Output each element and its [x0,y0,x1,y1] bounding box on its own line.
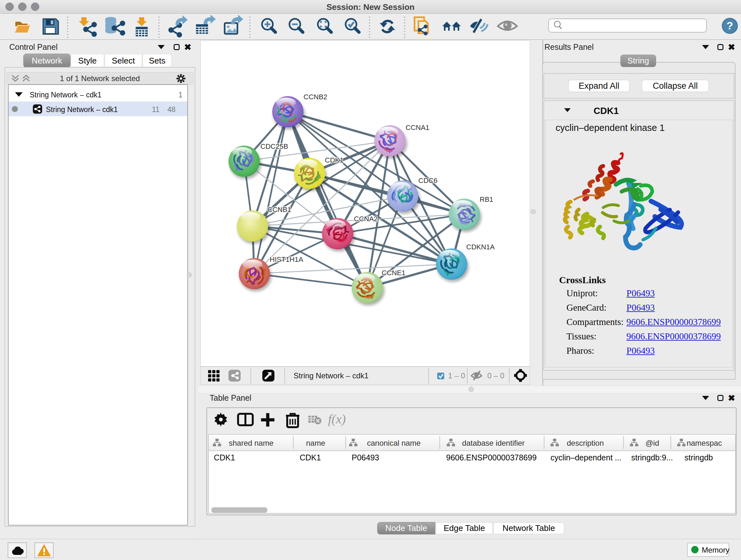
svg-text:@id: @id [645,439,659,447]
svg-text:namespac: namespac [687,439,722,447]
svg-text:CCNA2: CCNA2 [354,215,378,223]
svg-text:database identifier: database identifier [462,439,525,447]
svg-text:P06493: P06493 [352,453,379,462]
svg-text:9606.ENSP00000378699: 9606.ENSP00000378699 [446,453,537,462]
svg-text:canonical name: canonical name [367,439,421,447]
svg-text:CCNA1: CCNA1 [406,124,429,132]
svg-text:CDK1: CDK1 [214,453,235,462]
svg-text:CDK1: CDK1 [300,453,321,462]
svg-text:CDC6: CDC6 [418,177,437,185]
svg-text:CDC25B: CDC25B [260,142,288,150]
svg-text:name: name [306,439,325,447]
svg-text:shared name: shared name [229,439,273,447]
svg-text:CCNB2: CCNB2 [304,93,327,101]
svg-text:CCNE1: CCNE1 [382,269,406,277]
svg-text:cyclin–dependent ...: cyclin–dependent ... [550,453,621,462]
svg-text:?: ? [727,19,733,32]
svg-text:1 – 0: 1 – 0 [448,371,465,380]
svg-text:stringdb:9...: stringdb:9... [631,453,673,462]
svg-text:CCNB1: CCNB1 [267,206,291,213]
svg-text:CDK1: CDK1 [325,156,344,164]
svg-text:RB1: RB1 [480,195,493,203]
svg-text:String Network – cdk1: String Network – cdk1 [293,371,368,380]
svg-text:0 – 0: 0 – 0 [487,371,504,380]
svg-text:description: description [567,439,604,447]
svg-text:HIST1H1A: HIST1H1A [270,255,303,263]
svg-text:stringdb: stringdb [684,453,713,462]
svg-text:CDKN1A: CDKN1A [466,243,495,251]
svg-text:f(x): f(x) [328,412,346,426]
